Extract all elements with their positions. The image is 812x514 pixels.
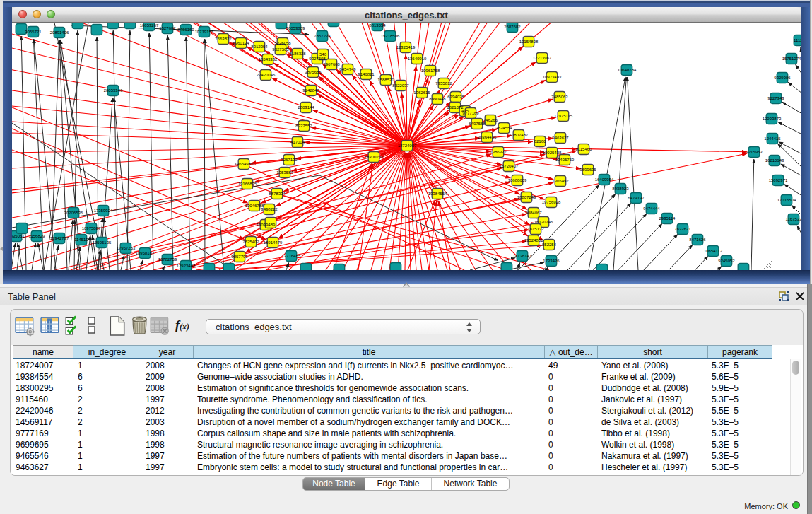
svg-text:9329906: 9329906 [774,76,791,80]
svg-text:8186328: 8186328 [289,52,306,56]
svg-text:9699695: 9699695 [579,168,596,172]
svg-text:19756928: 19756928 [542,200,561,204]
svg-text:6794028: 6794028 [447,95,464,99]
svg-text:12923448: 12923448 [177,264,196,268]
svg-text:9777169: 9777169 [462,111,479,115]
svg-text:6497568: 6497568 [469,122,486,126]
svg-text:8454749: 8454749 [339,67,356,71]
svg-text:9055721: 9055721 [25,30,42,34]
svg-text:1353584: 1353584 [276,170,293,175]
svg-text:15720407: 15720407 [500,164,519,168]
svg-text:1244415: 1244415 [764,136,781,141]
svg-text:9227343: 9227343 [767,96,784,100]
svg-text:114519: 114519 [74,238,88,242]
svg-text:10154808: 10154808 [519,40,539,44]
svg-text:2687682: 2687682 [504,25,521,29]
svg-text:8878334: 8878334 [269,192,286,196]
svg-text:22420046: 22420046 [257,73,276,77]
svg-text:19166825: 19166825 [238,182,257,186]
svg-text:5226058: 5226058 [274,41,291,45]
svg-text:10719155: 10719155 [195,30,214,34]
svg-text:3624554: 3624554 [495,126,512,130]
svg-text:10975887: 10975887 [82,226,101,230]
svg-text:8471626: 8471626 [689,238,706,242]
svg-text:7625402: 7625402 [242,240,259,244]
svg-text:7386322: 7386322 [490,150,507,154]
svg-text:10961758: 10961758 [421,69,440,73]
svg-text:1615132: 1615132 [527,227,544,231]
svg-text:9084067: 9084067 [525,211,542,215]
svg-text:18300295: 18300295 [365,155,384,159]
svg-text:417004: 417004 [290,140,305,144]
svg-text:8990448: 8990448 [429,97,446,101]
svg-text:4835061: 4835061 [12,234,25,238]
svg-text:9245052: 9245052 [718,259,735,263]
svg-text:3267130: 3267130 [281,158,298,162]
svg-text:19099489: 19099489 [257,223,276,227]
svg-text:1527602: 1527602 [159,26,176,30]
svg-text:20206536: 20206536 [64,211,83,215]
svg-text:10688609: 10688609 [508,178,527,182]
svg-text:10653267: 10653267 [140,23,159,28]
svg-text:1167533: 1167533 [786,217,801,221]
svg-text:2935114: 2935114 [659,216,676,221]
svg-text:17016504: 17016504 [777,198,796,202]
svg-text:16543382: 16543382 [259,57,278,62]
svg-text:8466160: 8466160 [177,28,194,32]
svg-text:6479197: 6479197 [628,196,645,200]
svg-text:9327505: 9327505 [272,47,289,52]
svg-text:8912954: 8912954 [251,45,268,49]
svg-text:7663822: 7663822 [215,37,232,41]
svg-text:16782759: 16782759 [158,257,177,262]
svg-text:9327508: 9327508 [309,57,326,61]
svg-text:17359924: 17359924 [94,209,113,213]
svg-text:15692971: 15692971 [769,178,788,182]
svg-text:13640910: 13640910 [408,57,427,61]
svg-text:17975115: 17975115 [554,114,573,118]
svg-text:10025438: 10025438 [543,151,562,155]
svg-text:9146821: 9146821 [358,72,375,76]
svg-text:19218506: 19218506 [381,34,400,38]
svg-text:10648784: 10648784 [618,68,637,72]
svg-text:252254: 252254 [542,243,557,247]
svg-text:16053809: 16053809 [286,26,305,30]
svg-text:10807487: 10807487 [510,133,529,137]
svg-text:10973493: 10973493 [543,75,562,79]
svg-text:3875685: 3875685 [305,70,322,74]
svg-text:7485063: 7485063 [551,95,568,99]
svg-text:17957253: 17957253 [117,246,136,250]
svg-text:8938923: 8938923 [612,187,629,191]
svg-text:14136141: 14136141 [513,254,532,258]
svg-text:62160: 62160 [534,139,546,144]
svg-text:8327552: 8327552 [295,124,312,128]
svg-text:10958187: 10958187 [136,251,155,255]
svg-text:12213967: 12213967 [533,56,552,60]
svg-text:18724007: 18724007 [398,144,417,148]
svg-text:12942737: 12942737 [50,236,69,240]
svg-text:1365492: 1365492 [552,179,569,183]
svg-text:12325419: 12325419 [396,45,416,49]
svg-text:19524851: 19524851 [524,238,543,243]
svg-text:11125: 11125 [794,38,801,42]
svg-text:20053346: 20053346 [104,88,123,93]
svg-text:7632621: 7632621 [674,227,691,231]
svg-text:9115460: 9115460 [576,147,593,151]
svg-text:546: 546 [319,52,327,57]
svg-text:1588520: 1588520 [377,78,394,82]
svg-text:2967608: 2967608 [323,62,340,66]
svg-text:3215953: 3215953 [746,150,763,154]
svg-text:20364436: 20364436 [478,135,497,139]
svg-text:8960124: 8960124 [233,41,249,45]
svg-text:8322037: 8322037 [392,83,409,88]
svg-text:1733426: 1733426 [543,259,560,263]
svg-text:16914479: 16914479 [264,240,283,245]
svg-text:16210643: 16210643 [765,158,784,163]
svg-text:9474444: 9474444 [643,206,660,211]
svg-text:9857791: 9857791 [231,255,248,259]
svg-text:20891406: 20891406 [50,30,69,35]
svg-text:16120746: 16120746 [534,220,553,224]
svg-text:7955812: 7955812 [435,81,452,86]
svg-text:16409954: 16409954 [595,177,614,182]
svg-text:9463627: 9463627 [552,136,569,140]
svg-text:3498222: 3498222 [261,207,278,211]
